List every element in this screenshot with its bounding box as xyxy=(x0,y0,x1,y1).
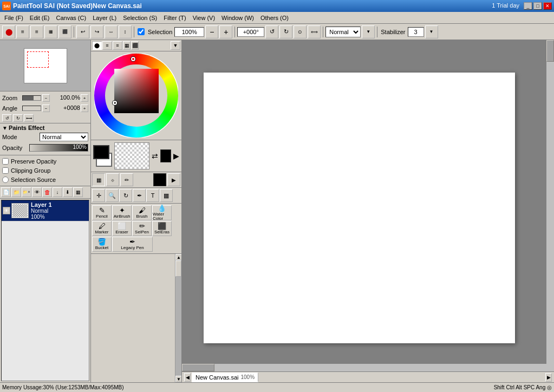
stabilizer-input[interactable] xyxy=(408,27,424,37)
menu-filter[interactable]: Filter (T) xyxy=(160,14,190,22)
canvas-tab[interactable]: New Canvas.sai 100% xyxy=(192,373,258,382)
zoom-tool[interactable]: 🔍 xyxy=(106,189,119,202)
eyedropper-tool[interactable]: ✒ xyxy=(133,189,146,202)
rotate-ccw-btn[interactable]: ↺ xyxy=(265,25,278,38)
color-hsv-btn[interactable]: ≡ xyxy=(16,25,29,38)
pencil-tool[interactable]: ✎ Pencil xyxy=(92,205,112,220)
close-button[interactable]: ✕ xyxy=(543,2,552,10)
undo-btn[interactable]: ↩ xyxy=(76,25,89,38)
rotate-left-btn[interactable]: ↺ xyxy=(2,114,12,122)
layer-visibility-btn[interactable]: 👁 xyxy=(32,187,42,197)
layer-item[interactable]: 👁 Layer 1 Normal 100% xyxy=(2,200,89,221)
text-tool[interactable]: T xyxy=(146,189,159,202)
fg-color-swatch[interactable] xyxy=(93,145,109,159)
clipping-group-checkbox[interactable] xyxy=(2,167,9,174)
color-tab-palette[interactable]: ▦ xyxy=(123,41,131,50)
zoom-decrease-btn[interactable]: − xyxy=(42,94,50,102)
nav-canvas[interactable] xyxy=(0,40,90,91)
scroll-up-arrow[interactable]: ▲ xyxy=(175,254,181,260)
color-wheel-container[interactable] xyxy=(94,54,178,138)
color-tab-swatches[interactable]: ⬛ xyxy=(131,41,139,50)
rotation-input[interactable] xyxy=(237,27,264,37)
scroll-thumb[interactable] xyxy=(175,260,181,277)
color-palette-btn[interactable]: ⬛ xyxy=(58,25,71,38)
rotate-right-btn[interactable]: ↻ xyxy=(13,114,23,122)
color-rgb-btn[interactable]: ≡ xyxy=(30,25,43,38)
bucket-tool[interactable]: 🪣 Bucket xyxy=(92,237,112,252)
color-circle-btn[interactable]: ⬤ xyxy=(2,25,15,38)
flip-canvas-btn[interactable]: ⟺ xyxy=(308,25,321,38)
color-tab-wheel[interactable]: ⬤ xyxy=(92,41,102,50)
seleras-tool[interactable]: ⬛ SelEras xyxy=(152,221,172,236)
preserve-opacity-row[interactable]: Preserve Opacity xyxy=(2,157,88,166)
drawing-canvas[interactable] xyxy=(204,73,515,343)
reset-rotation-btn[interactable]: ⊙ xyxy=(294,25,307,38)
menu-canvas[interactable]: Canvas (C) xyxy=(53,14,90,22)
redo-btn[interactable]: ↪ xyxy=(90,25,103,38)
selection-source-radio[interactable] xyxy=(2,177,9,183)
new-layer-btn[interactable]: 📄 xyxy=(1,187,11,197)
zoom-plus-btn[interactable]: + xyxy=(219,25,232,38)
paints-effect-toggle[interactable]: ▼ xyxy=(2,125,8,131)
merge-all-btn[interactable]: ⬇ xyxy=(63,187,73,197)
marker-tool[interactable]: 🖊 Marker xyxy=(92,221,112,236)
merge-down-btn[interactable]: ↓ xyxy=(53,187,62,197)
zoom-minus-btn[interactable]: − xyxy=(205,25,218,38)
preserve-opacity-checkbox[interactable] xyxy=(2,158,9,165)
menu-layer[interactable]: Layer (L) xyxy=(89,14,120,22)
new-folder-btn[interactable]: 📁 xyxy=(11,187,21,197)
color-tab-bars[interactable]: ≡ xyxy=(102,41,112,50)
zoom-increase-btn[interactable]: + xyxy=(81,94,88,102)
tab-scroll-left[interactable]: ◀ xyxy=(184,373,191,382)
clipping-group-row[interactable]: Clipping Group xyxy=(2,166,88,175)
airbrush-tool[interactable]: ✦ AirBrush xyxy=(112,205,132,220)
blend-mode-arrow[interactable]: ▼ xyxy=(362,25,375,38)
flip-v-btn[interactable]: ↕ xyxy=(119,25,132,38)
magic-wand-tool[interactable]: ✏ xyxy=(120,173,133,186)
stabilizer-down-btn[interactable]: ▼ xyxy=(425,25,438,38)
menu-view[interactable]: View (V) xyxy=(190,14,218,22)
color-tab-dropdown[interactable]: ▼ xyxy=(171,41,180,50)
color-picker-eye-btn[interactable]: ▶ xyxy=(173,152,179,160)
menu-selection[interactable]: Selection (S) xyxy=(120,14,160,22)
tools-scrollbar[interactable]: ▲ ▼ xyxy=(175,254,181,382)
selpen-tool[interactable]: ✏ SelPen xyxy=(132,221,152,236)
angle-increase-btn[interactable]: + xyxy=(81,104,88,112)
selection-source-row[interactable]: Selection Source xyxy=(2,175,88,184)
swap-colors-btn[interactable]: ⇄ xyxy=(152,152,158,160)
selection-checkbox[interactable] xyxy=(138,28,145,35)
layer-eye-icon[interactable]: 👁 xyxy=(3,207,10,214)
tool-options-btn[interactable]: ▶ xyxy=(167,173,180,186)
current-color-indicator[interactable] xyxy=(160,149,171,162)
color-wheel-btn[interactable]: ▦ xyxy=(44,25,57,38)
wheel-cursor[interactable] xyxy=(131,57,135,61)
rotate-cw-btn[interactable]: ↻ xyxy=(279,25,292,38)
marquee-tool[interactable]: ▦ xyxy=(92,173,105,186)
color-value-sq[interactable] xyxy=(114,69,159,113)
color-tab-bars2[interactable]: ≡ xyxy=(113,41,122,50)
tab-scroll-right[interactable]: ▶ xyxy=(545,373,552,382)
brush-tool[interactable]: 🖌 Brush xyxy=(132,205,152,220)
hscroll-thumb[interactable] xyxy=(182,364,214,371)
color-saturation-sq[interactable] xyxy=(114,69,159,113)
menu-edit[interactable]: Edit (E) xyxy=(27,14,53,22)
flip-h-btn[interactable]: ↔ xyxy=(105,25,118,38)
color-cursor[interactable] xyxy=(113,101,117,105)
horizontal-scrollbar[interactable] xyxy=(182,364,546,371)
canvas-area[interactable] xyxy=(182,40,554,371)
angle-decrease-btn[interactable]: − xyxy=(42,104,50,112)
tool-extra-btn[interactable]: ▦ xyxy=(160,189,173,202)
move-tool[interactable]: ✛ xyxy=(92,189,105,202)
menu-others[interactable]: Others (O) xyxy=(257,14,292,22)
blend-mode-select[interactable]: Normal xyxy=(325,27,361,37)
eraser-tool[interactable]: ⬜ Eraser xyxy=(112,221,132,236)
vertical-scrollbar[interactable] xyxy=(546,40,554,364)
mode-select[interactable]: Normal xyxy=(40,133,88,141)
zoom-input[interactable] xyxy=(174,27,204,37)
new-layer-set-btn[interactable]: 📁+ xyxy=(22,187,31,197)
lasso-tool[interactable]: ⟐ xyxy=(106,173,119,186)
menu-window[interactable]: Window (W) xyxy=(218,14,257,22)
minimize-button[interactable]: _ xyxy=(524,2,532,10)
layer-thumbnail-btn[interactable]: ▦ xyxy=(73,187,83,197)
watercolor-tool[interactable]: 💧 Water Color xyxy=(152,205,172,220)
